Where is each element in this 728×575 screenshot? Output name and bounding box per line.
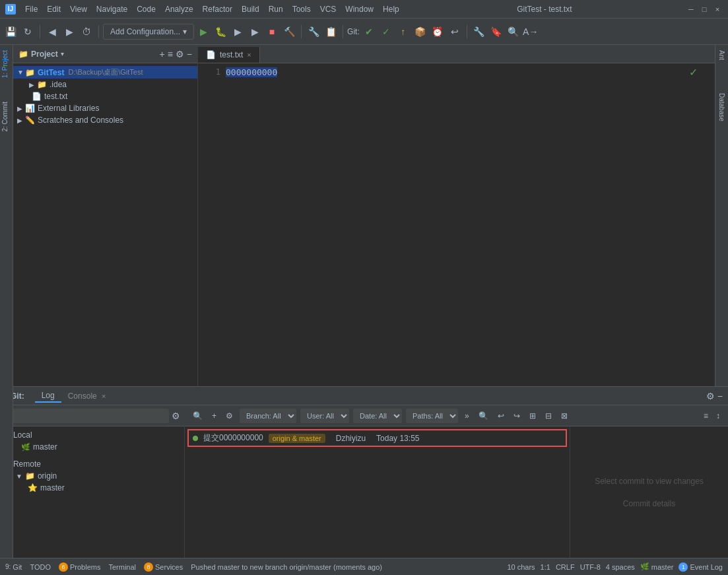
git-push-btn[interactable]: ✓	[378, 24, 394, 40]
statusbar-indent[interactable]: 4 spaces	[606, 562, 635, 572]
project-panel-dropdown-icon[interactable]: ▾	[61, 50, 64, 57]
search-log-icon[interactable]: 🔍	[190, 410, 205, 422]
add-configuration-button[interactable]: Add Configuration... ▾	[103, 24, 194, 40]
statusbar-position[interactable]: 1:1	[541, 562, 550, 572]
add-content-root-icon[interactable]: +	[159, 49, 164, 59]
git-update-btn[interactable]: ↑	[395, 24, 411, 40]
paths-filter[interactable]: Paths: All	[406, 409, 458, 423]
menu-tools[interactable]: Tools	[288, 3, 315, 15]
toolbar-coverage-btn[interactable]: ▶	[230, 24, 246, 40]
project-panel-icon[interactable]: 1: Project	[0, 45, 13, 83]
statusbar-git-item[interactable]: 9: Git	[5, 563, 22, 571]
menu-window[interactable]: Window	[341, 3, 378, 15]
commit-tags-0: origin & master	[269, 434, 325, 443]
user-filter[interactable]: User: All	[300, 409, 349, 423]
toolbar-debug-btn[interactable]: 🐛	[213, 24, 228, 40]
minimize-button[interactable]: ─	[686, 4, 696, 15]
close-button[interactable]: ×	[712, 4, 723, 15]
log-redo-icon[interactable]: ↪	[511, 410, 523, 422]
log-collapse-icon[interactable]: ≡	[701, 410, 711, 422]
statusbar-encoding[interactable]: UTF-8	[580, 562, 601, 572]
menu-navigate[interactable]: Navigate	[92, 3, 131, 15]
menu-view[interactable]: View	[66, 3, 91, 15]
log-settings-icon[interactable]: ⚙	[223, 410, 236, 422]
log-expand-icon[interactable]: ⊠	[558, 410, 570, 422]
git-commit-btn[interactable]: ✔	[361, 24, 377, 40]
editor-tab-test-txt[interactable]: 📄 test.txt ×	[198, 47, 260, 63]
close-panel-icon[interactable]: −	[187, 49, 192, 59]
toolbar-tasks-btn[interactable]: 📋	[323, 24, 339, 40]
commit-row-0[interactable]: 提交0000000000 origin & master Dzhiyizu To…	[187, 429, 567, 447]
toolbar-stop-btn[interactable]: ■	[264, 24, 280, 40]
toolbar-forward-btn[interactable]: ▶	[61, 24, 77, 40]
menu-file[interactable]: File	[21, 3, 42, 15]
toolbar-translate-btn[interactable]: A→	[523, 24, 539, 40]
bottom-tab-log[interactable]: Log	[35, 389, 61, 403]
log-undo-icon[interactable]: ↩	[495, 410, 507, 422]
toolbar-recent-btn[interactable]: ⏱	[79, 24, 94, 40]
more-filters-icon[interactable]: »	[462, 410, 472, 422]
branch-filter[interactable]: Branch: All	[240, 409, 296, 423]
toolbar-sync-btn[interactable]: ↻	[20, 24, 36, 40]
menu-run[interactable]: Run	[265, 3, 287, 15]
statusbar-todo-item[interactable]: TODO	[30, 563, 51, 571]
statusbar-line-ending[interactable]: CRLF	[556, 562, 575, 572]
local-branch-header[interactable]: ▼ Local	[0, 429, 184, 441]
git-log-content: 提交0000000000 origin & master Dzhiyizu To…	[185, 426, 728, 558]
git-branch-search-input[interactable]	[12, 409, 169, 423]
remote-origin-folder[interactable]: ▼ 📁 origin	[0, 470, 184, 482]
local-master-branch[interactable]: 🌿 master	[0, 441, 184, 453]
toolbar-back-btn[interactable]: ◀	[44, 24, 60, 40]
log-sort-icon[interactable]: ↕	[713, 410, 723, 422]
console-tab-close-icon[interactable]: ×	[102, 392, 106, 400]
menu-help[interactable]: Help	[379, 3, 403, 15]
git-stash-btn[interactable]: 📦	[413, 24, 428, 40]
tab-close-icon[interactable]: ×	[247, 51, 251, 59]
remote-branch-header[interactable]: ▼ Remote	[0, 458, 184, 470]
toolbar-find-btn[interactable]: 🔍	[506, 24, 521, 40]
settings-icon[interactable]: ⚙	[176, 49, 184, 59]
menu-edit[interactable]: Edit	[43, 3, 65, 15]
log-graph-icon[interactable]: ⊞	[527, 410, 539, 422]
date-filter[interactable]: Date: All	[353, 409, 402, 423]
menu-build[interactable]: Build	[238, 3, 263, 15]
origin-label: origin	[38, 471, 57, 481]
toolbar-run-btn[interactable]: ▶	[195, 24, 211, 40]
scratches-consoles-item[interactable]: ▶ ✏️ Scratches and Consoles	[13, 114, 197, 126]
toolbar-wrench-btn[interactable]: 🔧	[471, 24, 487, 40]
commit-panel-icon[interactable]: 2: Commit	[0, 96, 13, 137]
toolbar-profiler-btn[interactable]: ▶	[247, 24, 263, 40]
toolbar-build-btn[interactable]: 🔨	[281, 24, 297, 40]
menu-code[interactable]: Code	[133, 3, 160, 15]
collapse-all-icon[interactable]: ≡	[168, 49, 173, 59]
menu-vcs[interactable]: VCS	[316, 3, 341, 15]
statusbar-terminal-item[interactable]: Terminal	[108, 563, 136, 571]
database-panel-icon[interactable]: Database	[717, 90, 727, 124]
menu-analyze[interactable]: Analyze	[161, 3, 197, 15]
statusbar-branch[interactable]: 🌿 master	[640, 562, 674, 572]
idea-folder-item[interactable]: ▶ 📁 .idea	[13, 79, 197, 90]
project-root-item[interactable]: ▼ 📁 GitTest D:\Backup\桌面\GitTest	[13, 66, 197, 79]
toolbar-bookmark-btn[interactable]: 🔖	[488, 24, 504, 40]
external-libraries-item[interactable]: ▶ 📊 External Libraries	[13, 102, 197, 114]
test-txt-item[interactable]: 📄 test.txt	[13, 90, 197, 102]
bottom-panel-minus-icon[interactable]: −	[717, 391, 723, 401]
statusbar-problems-item[interactable]: 6 Problems	[59, 562, 100, 572]
log-search-icon[interactable]: 🔍	[476, 410, 491, 422]
bottom-tab-console[interactable]: Console ×	[61, 390, 113, 402]
maximize-button[interactable]: □	[699, 4, 710, 15]
add-branch-btn[interactable]: +	[209, 410, 219, 422]
git-history-btn[interactable]: ⏰	[430, 24, 446, 40]
ant-panel-icon[interactable]: Ant	[717, 48, 727, 63]
remote-master-branch[interactable]: ⭐ master	[0, 482, 184, 494]
git-tree-settings-icon[interactable]: ⚙	[172, 411, 180, 421]
log-filter-icon[interactable]: ⊟	[543, 410, 554, 422]
statusbar-services-item[interactable]: 8 Services	[144, 562, 183, 572]
bottom-panel-gear-icon[interactable]: ⚙	[706, 391, 715, 401]
menu-refactor[interactable]: Refactor	[199, 3, 236, 15]
statusbar-event-log-item[interactable]: 1 Event Log	[678, 562, 723, 572]
toolbar-build2-btn[interactable]: 🔧	[306, 24, 321, 40]
toolbar-save-btn[interactable]: 💾	[3, 24, 18, 40]
git-rollback-btn[interactable]: ↩	[447, 24, 463, 40]
statusbar-chars[interactable]: 10 chars	[507, 562, 535, 572]
